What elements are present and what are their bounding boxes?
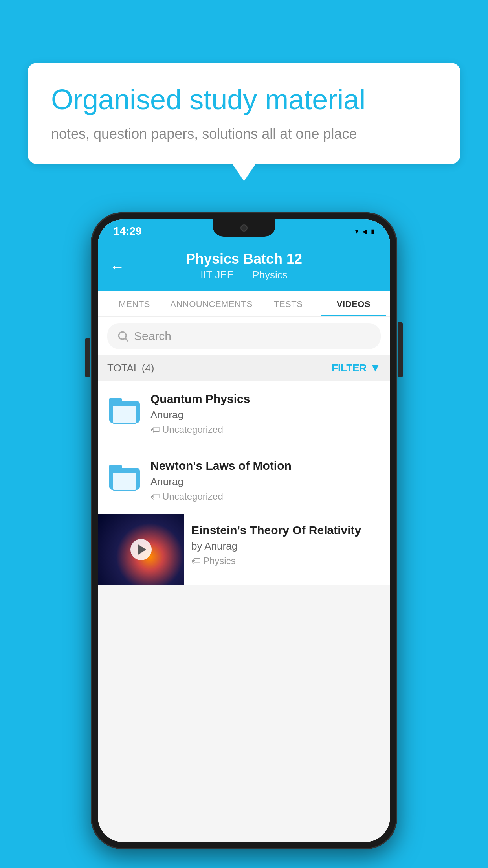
battery-icon: ▮ [371,228,374,235]
folder-icon-1 [107,392,143,428]
list-item[interactable]: Quantum Physics Anurag 🏷 Uncategorized [98,381,390,447]
bubble-title: Organised study material [51,83,437,116]
wifi-icon: ▾ [355,228,358,235]
video-info-2: Newton's Laws of Motion Anurag 🏷 Uncateg… [150,459,381,502]
video-title-1: Quantum Physics [150,392,381,406]
play-button-3[interactable] [130,539,152,560]
video-tag-1: 🏷 Uncategorized [150,424,381,435]
play-triangle-icon [138,544,146,555]
video-info-1: Quantum Physics Anurag 🏷 Uncategorized [150,392,381,435]
video-thumbnail-3 [98,514,184,585]
tab-ments[interactable]: MENTS [102,291,167,316]
video-tag-2: 🏷 Uncategorized [150,491,381,502]
search-placeholder: Search [134,329,171,343]
video-tag-3: 🏷 Physics [191,555,383,566]
video-info-3: Einstein's Theory Of Relativity by Anura… [184,514,390,576]
phone-screen: 14:29 ▾ ◀ ▮ ← Physics Batch 12 IIT JEE P… [98,219,390,842]
svg-line-1 [125,338,128,341]
filter-button[interactable]: FILTER ▼ [332,362,381,374]
back-button[interactable]: ← [110,258,125,275]
header-subtitle: IIT JEE Physics [110,269,378,281]
speech-bubble: Organised study material notes, question… [28,63,460,164]
phone-wrapper: 14:29 ▾ ◀ ▮ ← Physics Batch 12 IIT JEE P… [91,212,397,849]
search-box[interactable]: Search [107,323,381,349]
tab-bar: MENTS ANNOUNCEMENTS TESTS VIDEOS [98,291,390,317]
filter-bar: TOTAL (4) FILTER ▼ [98,355,390,381]
filter-icon: ▼ [370,362,381,374]
video-title-2: Newton's Laws of Motion [150,459,381,473]
bubble-subtitle: notes, question papers, solutions all at… [51,126,437,142]
phone-outer: 14:29 ▾ ◀ ▮ ← Physics Batch 12 IIT JEE P… [91,212,397,849]
video-author-2: Anurag [150,476,381,488]
svg-point-0 [119,332,126,339]
app-header: ← Physics Batch 12 IIT JEE Physics [98,243,390,291]
tag-icon-2: 🏷 [150,491,160,502]
front-camera [240,224,248,232]
subtitle-physics: Physics [252,269,288,281]
list-item[interactable]: Newton's Laws of Motion Anurag 🏷 Uncateg… [98,447,390,514]
list-item[interactable]: Einstein's Theory Of Relativity by Anura… [98,514,390,585]
signal-icon: ◀ [362,228,367,235]
folder-icon-2 [107,459,143,495]
subtitle-iitjee: IIT JEE [200,269,234,281]
search-icon [117,330,129,342]
tab-announcements[interactable]: ANNOUNCEMENTS [167,291,255,316]
status-icons: ▾ ◀ ▮ [355,228,374,235]
tag-icon-1: 🏷 [150,424,160,435]
notch [213,219,275,237]
search-container: Search [98,317,390,355]
tag-icon-3: 🏷 [191,555,201,566]
total-count: TOTAL (4) [107,362,154,374]
header-title: Physics Batch 12 [110,251,378,267]
status-time: 14:29 [114,225,142,237]
video-list: Quantum Physics Anurag 🏷 Uncategorized [98,381,390,585]
video-author-3: by Anurag [191,540,383,552]
tab-tests[interactable]: TESTS [256,291,321,316]
video-title-3: Einstein's Theory Of Relativity [191,524,383,537]
video-author-1: Anurag [150,409,381,421]
tab-videos[interactable]: VIDEOS [321,291,386,316]
